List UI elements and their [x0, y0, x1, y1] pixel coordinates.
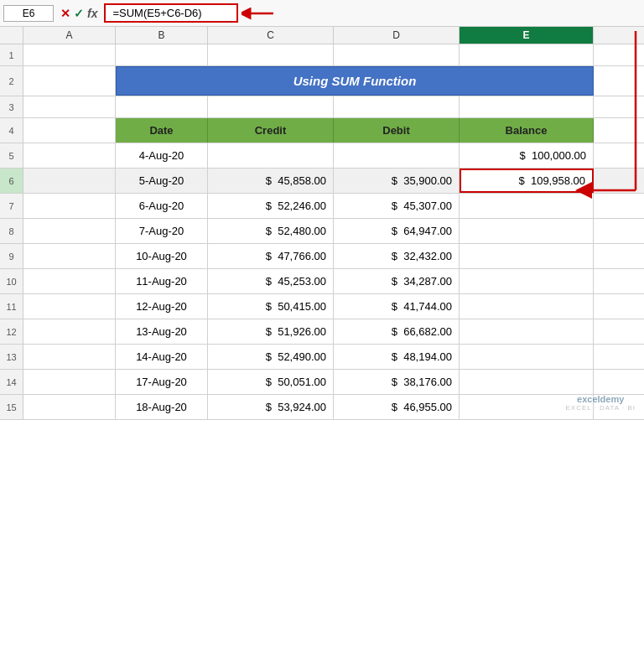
cell-balance-6[interactable]: $ 109,958.00: [460, 169, 594, 193]
cell-balance-7[interactable]: [460, 194, 594, 218]
col-header-b: B: [116, 27, 208, 44]
cell-date-13[interactable]: 14-Aug-20: [116, 345, 208, 369]
column-headers: A B C D E: [0, 27, 644, 44]
cell-debit-15[interactable]: $ 46,955.00: [334, 395, 460, 419]
cell-a3[interactable]: [23, 96, 116, 117]
cell-debit-8[interactable]: $ 64,947.00: [334, 219, 460, 243]
formula-input[interactable]: =SUM(E5+C6-D6): [104, 3, 238, 23]
table-row: 5 4-Aug-20 $ 100,000.00: [0, 143, 644, 169]
cell-debit-6[interactable]: $ 35,900.00: [334, 169, 460, 193]
watermark-tagline: EXCEL · DATA · BI: [565, 404, 636, 412]
cell-credit-6[interactable]: $ 45,858.00: [208, 169, 334, 193]
cell-debit-14[interactable]: $ 38,176.00: [334, 370, 460, 394]
cell-c1[interactable]: [208, 44, 334, 65]
cell-a8[interactable]: [23, 219, 116, 243]
cell-b1[interactable]: [23, 44, 116, 65]
cell-balance-14[interactable]: [460, 370, 594, 394]
cell-balance-9[interactable]: [460, 244, 594, 268]
table-row: 7 6-Aug-20 $ 52,246.00 $ 45,307.00: [0, 194, 644, 219]
cell-credit-11[interactable]: $ 50,415.00: [208, 294, 334, 319]
cell-a11[interactable]: [23, 294, 116, 319]
cell-a7[interactable]: [23, 194, 116, 218]
cell-date-15[interactable]: 18-Aug-20: [116, 395, 208, 419]
row-number: 14: [0, 370, 23, 394]
row-number: 7: [0, 194, 23, 218]
cell-credit-9[interactable]: $ 47,766.00: [208, 244, 334, 268]
cancel-icon[interactable]: ✕: [60, 7, 70, 20]
formula-arrow-indicator: [242, 5, 275, 22]
cell-e1[interactable]: [460, 44, 594, 65]
col-header-debit: Debit: [334, 118, 460, 143]
cell-debit-13[interactable]: $ 48,194.00: [334, 345, 460, 369]
row-number: 4: [0, 118, 23, 143]
col-header-balance: Balance: [460, 118, 594, 143]
cell-a5[interactable]: [23, 143, 116, 168]
col-header-date: Date: [116, 118, 208, 143]
cell-date-14[interactable]: 17-Aug-20: [116, 370, 208, 394]
row-number: 5: [0, 143, 23, 168]
col-header-d: D: [334, 27, 460, 44]
cell-d3[interactable]: [334, 96, 460, 117]
table-row: 14 17-Aug-20 $ 50,051.00 $ 38,176.00: [0, 370, 644, 395]
cell-a12[interactable]: [23, 319, 116, 344]
fx-icon[interactable]: fx: [87, 7, 97, 20]
cell-a9[interactable]: [23, 244, 116, 268]
spreadsheet: A B C D E 1 2 Using SUM Function 3: [0, 27, 644, 420]
cell-date-6[interactable]: 5-Aug-20: [116, 169, 208, 193]
table-row: 11 12-Aug-20 $ 50,415.00 $ 41,744.00: [0, 294, 644, 319]
cell-date-11[interactable]: 12-Aug-20: [116, 294, 208, 319]
row-number: 1: [0, 44, 23, 65]
cell-debit-7[interactable]: $ 45,307.00: [334, 194, 460, 218]
cell-a15[interactable]: [23, 395, 116, 419]
table-row: 1: [0, 44, 644, 66]
table-row: 6 5-Aug-20 $ 45,858.00 $ 35,900.00 $ 109…: [0, 169, 644, 194]
cell-a4[interactable]: [23, 118, 116, 143]
cell-reference-box[interactable]: [3, 5, 54, 22]
cell-credit-13[interactable]: $ 52,490.00: [208, 345, 334, 369]
cell-credit-14[interactable]: $ 50,051.00: [208, 370, 334, 394]
cell-e3[interactable]: [460, 96, 594, 117]
cell-c3[interactable]: [208, 96, 334, 117]
cell-b3[interactable]: [116, 96, 208, 117]
cell-credit-7[interactable]: $ 52,246.00: [208, 194, 334, 218]
cell-credit-10[interactable]: $ 45,253.00: [208, 269, 334, 293]
cell-date-5[interactable]: 4-Aug-20: [116, 143, 208, 168]
cell-balance-12[interactable]: [460, 319, 594, 344]
cell-credit-12[interactable]: $ 51,926.00: [208, 319, 334, 344]
cell-date-7[interactable]: 6-Aug-20: [116, 194, 208, 218]
col-header-credit: Credit: [208, 118, 334, 143]
cell-a6[interactable]: [23, 169, 116, 193]
row-number: 9: [0, 244, 23, 268]
cell-balance-11[interactable]: [460, 294, 594, 319]
cell-a14[interactable]: [23, 370, 116, 394]
cell-a13[interactable]: [23, 345, 116, 369]
cell-debit-11[interactable]: $ 41,744.00: [334, 294, 460, 319]
row-number: 2: [0, 66, 23, 96]
cell-credit-5[interactable]: [208, 143, 334, 168]
col-header-c: C: [208, 27, 334, 44]
cell-date-8[interactable]: 7-Aug-20: [116, 219, 208, 243]
cell-a2[interactable]: [23, 66, 116, 96]
cell-a10[interactable]: [23, 269, 116, 293]
table-row: 9 10-Aug-20 $ 47,766.00 $ 32,432.00: [0, 244, 644, 269]
cell-date-9[interactable]: 10-Aug-20: [116, 244, 208, 268]
cell-credit-8[interactable]: $ 52,480.00: [208, 219, 334, 243]
cell-date-12[interactable]: 13-Aug-20: [116, 319, 208, 344]
formula-bar: ✕ ✓ fx =SUM(E5+C6-D6): [0, 0, 644, 27]
cell-a1[interactable]: [116, 44, 208, 65]
table-row: 12 13-Aug-20 $ 51,926.00 $ 66,682.00: [0, 319, 644, 345]
cell-d1[interactable]: [334, 44, 460, 65]
cell-balance-8[interactable]: [460, 219, 594, 243]
table-row: 13 14-Aug-20 $ 52,490.00 $ 48,194.00: [0, 345, 644, 370]
cell-balance-13[interactable]: [460, 345, 594, 369]
cell-balance-5[interactable]: $ 100,000.00: [460, 143, 594, 168]
table-row: 15 18-Aug-20 $ 53,924.00 $ 46,955.00: [0, 395, 644, 420]
confirm-icon[interactable]: ✓: [74, 7, 84, 20]
cell-credit-15[interactable]: $ 53,924.00: [208, 395, 334, 419]
cell-date-10[interactable]: 11-Aug-20: [116, 269, 208, 293]
cell-debit-9[interactable]: $ 32,432.00: [334, 244, 460, 268]
cell-balance-10[interactable]: [460, 269, 594, 293]
cell-debit-5[interactable]: [334, 143, 460, 168]
cell-debit-10[interactable]: $ 34,287.00: [334, 269, 460, 293]
cell-debit-12[interactable]: $ 66,682.00: [334, 319, 460, 344]
